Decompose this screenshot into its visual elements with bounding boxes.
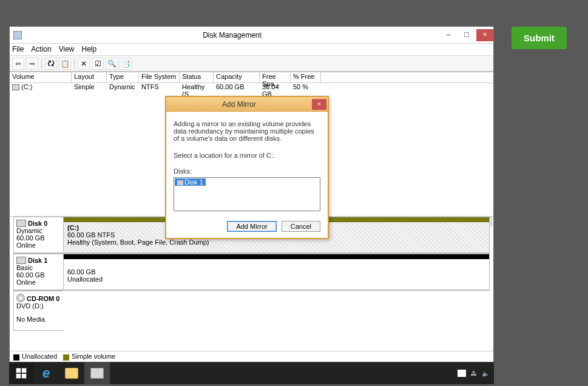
dialog-select-label: Select a location for a mirror of C:. [174,152,320,159]
vol-layout: Simple [72,83,107,94]
menu-view[interactable]: View [59,45,75,54]
back-icon[interactable]: ⬅ [12,58,24,70]
disk-kind: DVD (D:) [16,302,61,310]
disk-label: Disk 1 [28,257,47,264]
wizard-icon[interactable]: 🔍 [106,58,118,70]
disk-state: Online [16,279,61,286]
svg-rect-1 [22,368,27,373]
part-sub: 60.00 GB [67,268,95,276]
col-type[interactable]: Type [107,72,139,83]
menu-action[interactable]: Action [31,45,51,54]
part-desc: Healthy (System, Boot, Page File, Crash … [67,239,209,246]
disk-kind: Dynamic [16,227,61,234]
add-mirror-dialog: Add Mirror × Adding a mirror to an exist… [165,96,329,239]
col-filesystem[interactable]: File System [139,72,180,83]
submit-button[interactable]: Submit [512,27,567,49]
disk-label: Disk 0 [28,220,47,227]
volume-icon [12,84,19,90]
tray-flag-icon[interactable] [458,370,466,377]
disk-state: No Media [16,316,61,323]
col-status[interactable]: Status [180,72,214,83]
tray-volume-icon[interactable]: 🔈 [482,370,489,377]
window-title: Disk Management [25,31,439,39]
close-button[interactable]: × [476,29,493,41]
settings-icon[interactable]: ☑ [92,58,104,70]
volume-row[interactable]: (C:) Simple Dynamic NTFS Healthy (S... 6… [10,83,493,94]
windows-icon [15,367,27,379]
app-icon [13,31,22,39]
part-title: (C:) [67,224,79,231]
col-layout[interactable]: Layout [72,72,107,83]
cancel-button[interactable]: Cancel [282,221,320,232]
dialog-titlebar: Add Mirror × [166,97,328,112]
svg-rect-0 [16,368,21,373]
col-volume[interactable]: Volume [10,72,72,83]
disk-icon [16,220,26,227]
separator [41,58,42,69]
titlebar: Disk Management – □ × [10,27,493,44]
vol-type: Dynamic [107,83,139,94]
maximize-button[interactable]: □ [458,29,475,41]
vol-free: 30.04 GB [260,83,291,94]
disks-listbox[interactable]: Disk 1 [174,177,320,211]
disk-small-icon [177,180,183,185]
start-button[interactable] [9,362,33,384]
part-desc: Unallocated [67,276,103,283]
menu-file[interactable]: File [12,45,24,54]
disk-header: Disk 1 Basic 60.00 GB Online [13,254,63,290]
taskbar-diskmgmt[interactable] [84,362,110,384]
properties-icon[interactable]: 📋 [59,58,71,70]
partition-band [64,254,489,259]
dialog-close-button[interactable]: × [312,99,326,110]
svg-rect-2 [16,374,21,379]
dialog-description: Adding a mirror to an existing volume pr… [174,120,320,142]
disks-label: Disks: [174,168,320,175]
disk-size: 60.00 GB [16,271,61,279]
col-pctfree[interactable]: % Free [291,72,321,83]
cdrom-icon [16,294,25,302]
legend-unallocated: Unallocated [22,353,57,360]
disk-size: 60.00 GB [16,234,61,242]
col-capacity[interactable]: Capacity [214,72,260,83]
list-icon[interactable]: 📑 [120,58,132,70]
vol-name: (C:) [21,83,32,90]
disk-item-label: Disk 1 [184,178,203,186]
partition[interactable]: 60.00 GB Unallocated [63,254,490,290]
menubar: File Action View Help [10,44,493,56]
separator [74,58,75,69]
add-mirror-button[interactable]: Add Mirror [227,221,276,232]
volume-header: Volume Layout Type File System Status Ca… [10,72,493,83]
disk-label: CD-ROM 0 [27,295,59,302]
minimize-button[interactable]: – [440,29,457,41]
taskbar-ie[interactable]: e [33,362,59,384]
delete-icon[interactable]: ✕ [78,58,90,70]
legend-swatch-olive [63,354,69,361]
vol-status: Healthy (S... [180,83,214,94]
taskbar: e 🖧 🔈 [9,362,494,384]
tray-network-icon[interactable]: 🖧 [471,370,477,377]
legend: Unallocated Simple volume [10,351,493,362]
disk-state: Online [16,242,61,249]
disk-row-1[interactable]: Disk 1 Basic 60.00 GB Online 60.00 GB Un… [13,254,490,291]
taskbar-explorer[interactable] [59,362,84,384]
partition-empty [63,291,490,331]
toolbar: ⬅ ➡ 🗘 📋 ✕ ☑ 🔍 📑 [10,56,493,72]
disk-header: CD-ROM 0 DVD (D:) No Media [13,291,63,331]
menu-help[interactable]: Help [82,45,97,54]
legend-swatch-black [13,354,19,361]
vol-fs: NTFS [139,83,180,94]
vol-pct: 50 % [291,83,321,94]
part-sub: 60.00 GB NTFS [67,231,115,239]
disk-row-cd[interactable]: CD-ROM 0 DVD (D:) No Media [13,291,490,331]
svg-rect-3 [22,374,27,379]
vol-capacity: 60.00 GB [214,83,260,94]
system-tray: 🖧 🔈 [458,370,494,377]
refresh-icon[interactable]: 🗘 [45,58,57,70]
forward-icon[interactable]: ➡ [26,58,38,70]
col-freespace[interactable]: Free Spa... [260,72,291,83]
disk-kind: Basic [16,264,61,271]
legend-simple: Simple volume [72,353,115,360]
disk-header: Disk 0 Dynamic 60.00 GB Online [13,217,63,253]
dialog-title: Add Mirror [166,100,312,109]
disk-list-item[interactable]: Disk 1 [175,178,206,186]
